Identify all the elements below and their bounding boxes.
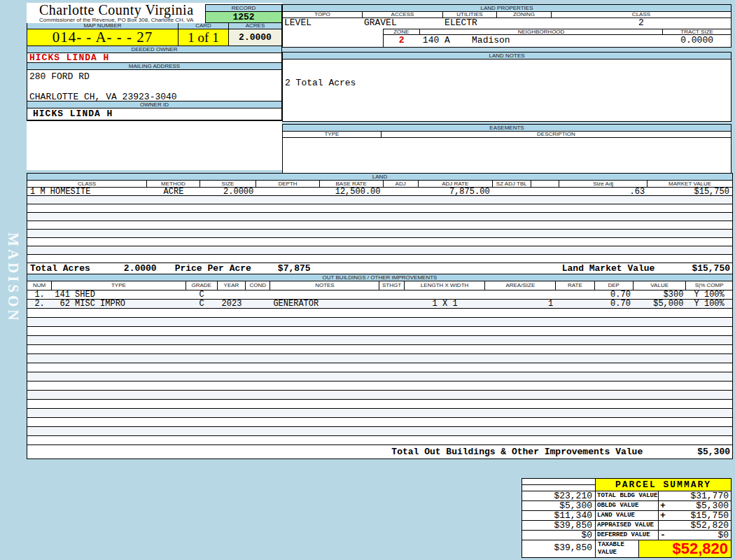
- row-label: OBLDG VALUE: [595, 501, 658, 510]
- address-line-2: CHARLOTTE CH, VA 23923-3040: [29, 92, 281, 102]
- table-cell: [256, 255, 320, 262]
- table-cell: [256, 213, 320, 220]
- table-empty-row: [27, 418, 732, 427]
- zone-values: 2 140 A Madison 0.0000: [384, 35, 731, 47]
- table-cell: [218, 363, 246, 372]
- table-cell: [648, 221, 732, 229]
- easements-box: EASEMENTS TYPE DESCRIPTION: [282, 124, 732, 174]
- column-header: TYPE: [52, 281, 186, 290]
- table-empty-row: [27, 213, 732, 221]
- table-cell: [256, 188, 320, 195]
- table-empty-row: [27, 336, 732, 345]
- table-cell: [147, 246, 200, 254]
- taxable-prior-value: $39,850: [522, 540, 595, 557]
- row-value: $0: [667, 531, 731, 540]
- record-label: RECORD: [206, 5, 281, 12]
- table-cell: [270, 409, 379, 417]
- prior-value: $23,210: [522, 491, 595, 500]
- neighborhood-label: NEIGHBORHOOD: [420, 29, 663, 34]
- column-header: NOTES: [270, 281, 379, 290]
- table-cell: [493, 213, 531, 220]
- acres-value: 2.0000: [229, 29, 281, 46]
- table-cell: [379, 436, 404, 444]
- table-cell: [246, 336, 270, 344]
- table-cell: [218, 391, 246, 399]
- table-cell: [27, 309, 52, 317]
- table-cell: [595, 436, 634, 444]
- table-cell: Y 100%: [686, 300, 732, 308]
- column-header: LENGTH X WIDTH: [405, 281, 486, 290]
- table-cell: [320, 255, 384, 262]
- column-header: COND: [246, 281, 270, 290]
- table-cell: [379, 363, 404, 372]
- table-cell: [559, 246, 648, 254]
- table-cell: [379, 336, 404, 344]
- table-cell: [27, 354, 52, 363]
- out-buildings-title: OUT BUILDINGS / OTHER IMPROVEMENTS: [27, 274, 732, 281]
- table-cell: [634, 382, 687, 390]
- table-cell: [27, 345, 52, 354]
- table-cell: [200, 213, 257, 220]
- table-cell: [270, 400, 379, 408]
- table-cell: [186, 427, 218, 435]
- map-number-label: MAP NUMBER: [27, 23, 178, 29]
- table-cell: [634, 309, 687, 317]
- table-cell: [419, 230, 493, 237]
- table-cell: [556, 427, 594, 435]
- table-cell: [200, 230, 257, 237]
- column-header: STHGT: [379, 281, 404, 290]
- table-cell: [493, 255, 531, 262]
- valuation-tables-panel: LAND CLASSMETHODSIZEDEPTHBASE RATEADJADJ…: [27, 173, 733, 459]
- table-cell: [485, 318, 556, 326]
- table-cell: [485, 290, 556, 299]
- table-cell: [686, 400, 732, 408]
- table-cell: [186, 309, 218, 317]
- table-cell: [595, 382, 634, 390]
- column-header: RATE: [556, 281, 594, 290]
- table-cell: [634, 372, 687, 381]
- table-cell: [147, 204, 200, 212]
- table-cell: [27, 204, 147, 212]
- table-cell: [405, 409, 486, 417]
- table-cell: [686, 436, 732, 444]
- table-cell: [52, 391, 186, 399]
- table-cell: [379, 400, 404, 408]
- table-cell: [634, 427, 687, 435]
- table-cell: [218, 345, 246, 354]
- easements-headers: TYPE DESCRIPTION: [283, 132, 731, 138]
- column-header: DEP: [595, 281, 634, 290]
- table-cell: [186, 436, 218, 444]
- table-cell: [52, 309, 186, 317]
- land-properties-headers: TOPO ACCESS UTILITIES ZONING CLASS: [283, 12, 731, 18]
- prior-value: $5,300: [522, 501, 595, 510]
- summary-row-appraised: $39,850 APPRAISED VALUE $52,820: [522, 521, 731, 531]
- table-cell: [246, 318, 270, 326]
- table-cell: [686, 391, 732, 399]
- prior-value: $11,340: [522, 511, 595, 520]
- table-empty-row: [27, 221, 732, 230]
- table-cell: [246, 309, 270, 317]
- column-header: DEPTH: [256, 181, 320, 187]
- row-value: $5,300: [667, 501, 731, 510]
- table-cell: [634, 318, 687, 326]
- table-cell: [556, 391, 594, 399]
- table-cell: [246, 427, 270, 435]
- table-cell: [648, 230, 732, 237]
- table-cell: [27, 436, 52, 444]
- table-cell: [686, 409, 732, 417]
- table-cell: [595, 336, 634, 344]
- table-cell: [52, 354, 186, 363]
- table-cell: [595, 418, 634, 426]
- table-cell: [27, 255, 147, 262]
- table-empty-row: [27, 391, 732, 400]
- table-cell: [186, 345, 218, 354]
- row-operator: [659, 521, 667, 530]
- table-cell: [379, 409, 404, 417]
- land-market-value-label: Land Market Value: [562, 263, 655, 274]
- table-cell: [405, 309, 486, 317]
- table-cell: [147, 213, 200, 220]
- table-cell: [556, 409, 594, 417]
- row-operator: [659, 491, 667, 500]
- table-empty-row: [27, 354, 732, 363]
- table-cell: [419, 238, 493, 246]
